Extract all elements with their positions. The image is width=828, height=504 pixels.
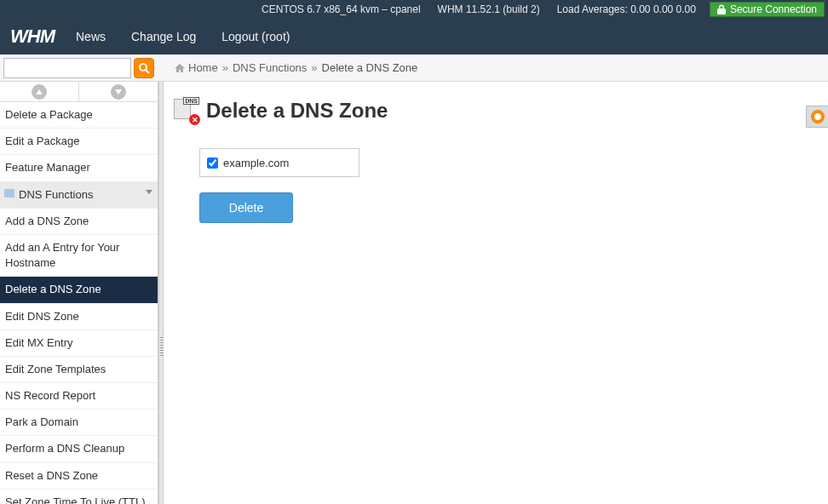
delete-button[interactable]: Delete bbox=[199, 192, 293, 223]
breadcrumb-sep: » bbox=[311, 61, 317, 74]
sidebar-item[interactable]: Reset a DNS Zone bbox=[0, 463, 158, 490]
main-split: Delete a Package Edit a Package Feature … bbox=[0, 82, 828, 504]
secure-connection-badge: Secure Connection bbox=[710, 2, 825, 17]
nav-logout[interactable]: Logout (root) bbox=[221, 30, 290, 43]
sidebar-item[interactable]: Edit a Package bbox=[0, 129, 158, 155]
sidebar-item[interactable]: Add an A Entry for Your Hostname bbox=[0, 235, 158, 277]
content-area: DNS ✕ Delete a DNS Zone example.com Dele… bbox=[164, 82, 828, 504]
breadcrumb-home[interactable]: Home bbox=[188, 61, 218, 74]
sidebar-collapse-row bbox=[0, 82, 158, 102]
status-os: CENTOS 6.7 x86_64 kvm – cpanel bbox=[262, 3, 421, 15]
home-icon bbox=[175, 63, 185, 73]
breadcrumb-dns[interactable]: DNS Functions bbox=[233, 61, 307, 74]
sidebar-item[interactable]: Add a DNS Zone bbox=[0, 209, 158, 235]
main-nav: WHM News Change Log Logout (root) bbox=[0, 19, 828, 54]
collapse-up-button[interactable] bbox=[32, 84, 47, 100]
search-button[interactable] bbox=[134, 58, 154, 78]
dns-delete-icon: DNS ✕ bbox=[174, 99, 198, 123]
sidebar-item[interactable]: Feature Manager bbox=[0, 155, 158, 181]
nav-changelog[interactable]: Change Log bbox=[131, 30, 196, 43]
sidebar-item[interactable]: Delete a Package bbox=[0, 102, 158, 129]
sidebar-item[interactable]: Edit Zone Templates bbox=[0, 357, 158, 383]
secure-connection-label: Secure Connection bbox=[730, 3, 817, 15]
sidebar-item[interactable]: NS Record Report bbox=[0, 383, 158, 410]
lifebuoy-icon bbox=[811, 110, 825, 123]
sidebar-group-dns[interactable]: DNS Functions bbox=[0, 182, 158, 209]
nav-news[interactable]: News bbox=[76, 30, 106, 43]
sidebar-item[interactable]: Set Zone Time To Live (TTL) bbox=[0, 490, 158, 504]
zone-domain: example.com bbox=[223, 157, 289, 169]
lock-icon bbox=[717, 4, 726, 14]
help-button[interactable] bbox=[806, 106, 828, 128]
status-whm: WHM 11.52.1 (build 2) bbox=[438, 3, 540, 15]
status-bar: CENTOS 6.7 x86_64 kvm – cpanel WHM 11.52… bbox=[0, 0, 828, 19]
zone-checkbox[interactable] bbox=[207, 158, 218, 169]
page-title-row: DNS ✕ Delete a DNS Zone bbox=[174, 99, 818, 123]
zone-row: example.com bbox=[199, 148, 359, 177]
sidebar-item-delete-dns-zone[interactable]: Delete a DNS Zone bbox=[0, 277, 158, 303]
sidebar-item[interactable]: Edit MX Entry bbox=[0, 330, 158, 357]
search-input[interactable] bbox=[3, 58, 131, 78]
chevron-down-icon bbox=[146, 190, 152, 194]
sidebar-item[interactable]: Edit DNS Zone bbox=[0, 304, 158, 330]
collapse-down-button[interactable] bbox=[111, 84, 126, 100]
svg-line-1 bbox=[146, 70, 149, 73]
breadcrumb: Home » DNS Functions » Delete a DNS Zone bbox=[175, 61, 417, 74]
whm-logo[interactable]: WHM bbox=[10, 26, 55, 48]
sidebar-group-label: DNS Functions bbox=[19, 188, 93, 201]
breadcrumb-current: Delete a DNS Zone bbox=[322, 61, 418, 74]
search-icon bbox=[138, 62, 150, 74]
status-load-values: 0.00 0.00 0.00 bbox=[630, 3, 696, 15]
page-title: Delete a DNS Zone bbox=[206, 99, 388, 123]
tool-row: Home » DNS Functions » Delete a DNS Zone bbox=[0, 54, 828, 82]
sidebar-item[interactable]: Perform a DNS Cleanup bbox=[0, 436, 158, 462]
status-load: Load Averages: 0.00 0.00 0.00 bbox=[557, 3, 696, 15]
status-load-label: Load Averages: bbox=[557, 3, 628, 15]
sidebar-item[interactable]: Park a Domain bbox=[0, 410, 158, 436]
svg-point-0 bbox=[140, 64, 147, 71]
breadcrumb-sep: » bbox=[222, 61, 228, 74]
sidebar[interactable]: Delete a Package Edit a Package Feature … bbox=[0, 82, 158, 504]
